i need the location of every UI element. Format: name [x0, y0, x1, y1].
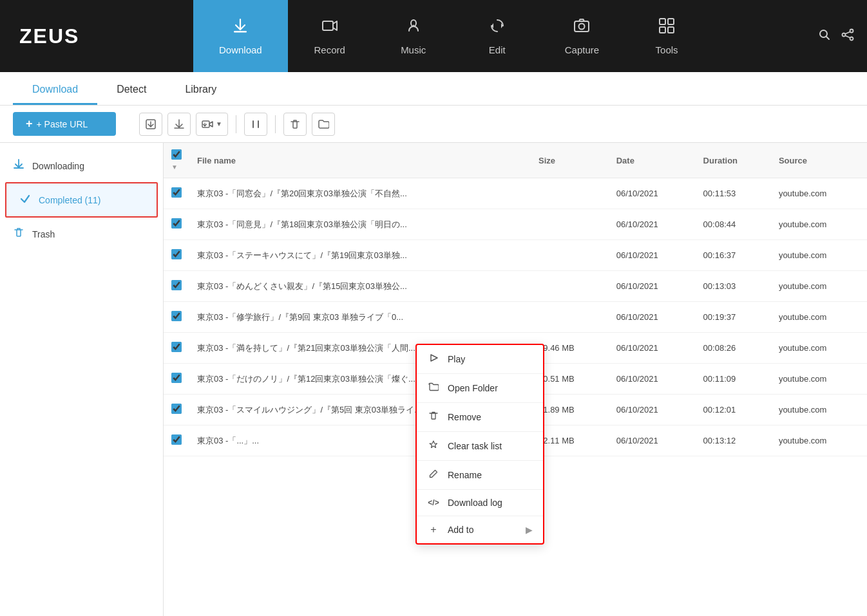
row-2-checkbox[interactable] [171, 218, 182, 229]
table-row[interactable]: 東京03 -「修学旅行」/『第9回 東京03 単独ライブ「0... 06/10/… [164, 302, 867, 333]
trash-icon [13, 227, 24, 241]
nav-label-record: Record [314, 44, 345, 55]
tab-library[interactable]: Library [166, 76, 236, 105]
capture-nav-icon [573, 17, 591, 39]
row-checkbox-cell [164, 364, 189, 395]
row-checkbox-cell [164, 240, 189, 271]
tab-detect[interactable]: Detect [97, 76, 166, 105]
svg-rect-9 [668, 27, 674, 33]
nav-item-music[interactable]: Music [372, 0, 455, 72]
row-checkbox-cell [164, 271, 189, 302]
row-5-filename: 東京03 -「修学旅行」/『第9回 東京03 単独ライブ「0... [189, 302, 531, 333]
toolbar-divider-2 [275, 115, 276, 133]
row-2-date: 06/10/2021 [609, 209, 696, 240]
top-right-area [805, 0, 867, 72]
table-row[interactable]: 東京03 -「同意見」/『第18回東京03単独公演「明日の... 06/10/2… [164, 209, 867, 240]
sidebar-item-downloading[interactable]: Downloading [0, 149, 163, 182]
toolbar-video-download-btn[interactable]: ▼ [196, 113, 228, 136]
th-duration: Duration [696, 143, 771, 178]
row-8-checkbox[interactable] [171, 404, 182, 414]
share-icon[interactable] [841, 28, 854, 44]
completed-icon [19, 192, 31, 207]
nav-item-record[interactable]: Record [288, 0, 372, 72]
toolbar-download-to-icon-btn[interactable] [139, 113, 162, 136]
row-checkbox-cell [164, 302, 189, 333]
sidebar-label-trash: Trash [32, 229, 55, 239]
nav-item-edit[interactable]: Edit [455, 0, 539, 72]
tab-download[interactable]: Download [13, 76, 97, 105]
select-all-checkbox[interactable] [171, 149, 182, 160]
row-1-checkbox[interactable] [171, 187, 182, 198]
sidebar-item-completed[interactable]: Completed (11) [6, 183, 157, 216]
table-row[interactable]: 東京03 -「めんどくさい親友」/『第15回東京03単独公... 06/10/2… [164, 271, 867, 302]
row-5-source: youtube.com [771, 302, 867, 333]
svg-rect-4 [575, 21, 589, 32]
table-header-row: ▼ File name Size Date Duration Source [164, 143, 867, 178]
add-to-arrow-icon: ▶ [526, 525, 533, 535]
nav-label-edit: Edit [489, 44, 506, 55]
row-2-duration: 00:08:44 [696, 209, 771, 240]
context-menu-play[interactable]: Play [417, 345, 543, 374]
nav-item-tools[interactable]: Tools [625, 0, 709, 72]
row-4-checkbox[interactable] [171, 280, 182, 290]
row-1-filename: 東京03 -「同窓会」/『第20回東京03単独公演「不自然... [189, 178, 531, 209]
context-play-label: Play [448, 354, 465, 364]
remove-icon [427, 411, 440, 424]
sidebar-item-trash[interactable]: Trash [0, 218, 163, 250]
clear-task-icon [427, 440, 440, 453]
context-menu-open-folder[interactable]: Open Folder [417, 374, 543, 403]
row-2-size [531, 209, 609, 240]
svg-rect-0 [234, 31, 247, 33]
context-menu-remove[interactable]: Remove [417, 403, 543, 432]
nav-item-capture[interactable]: Capture [539, 0, 625, 72]
context-menu-add-to[interactable]: + Add to ▶ [417, 516, 543, 543]
row-7-date: 06/10/2021 [609, 364, 696, 395]
table-row[interactable]: 東京03 -「同窓会」/『第20回東京03単独公演「不自然... 06/10/2… [164, 178, 867, 209]
nav-item-download[interactable]: Download [193, 0, 288, 72]
svg-point-3 [412, 25, 414, 27]
row-7-duration: 00:11:09 [696, 364, 771, 395]
row-1-date: 06/10/2021 [609, 178, 696, 209]
row-1-size [531, 178, 609, 209]
sidebar-label-downloading: Downloading [32, 161, 84, 171]
row-3-size [531, 240, 609, 271]
row-checkbox-cell [164, 178, 189, 209]
table-row[interactable]: 東京03 -「ステーキハウスにて」/『第19回東京03単独... 06/10/2… [164, 240, 867, 271]
row-2-source: youtube.com [771, 209, 867, 240]
sort-arrow: ▼ [171, 163, 178, 171]
context-download-log-label: Download log [448, 498, 502, 508]
row-6-checkbox[interactable] [171, 342, 182, 352]
row-4-date: 06/10/2021 [609, 271, 696, 302]
row-7-source: youtube.com [771, 364, 867, 395]
context-menu-download-log[interactable]: </> Download log [417, 490, 543, 516]
toolbar-folder-btn[interactable] [312, 113, 335, 136]
context-remove-label: Remove [448, 412, 481, 422]
context-rename-label: Rename [448, 470, 482, 480]
add-to-icon: + [427, 524, 440, 536]
sidebar-label-completed: Completed (11) [39, 195, 101, 205]
row-8-duration: 00:12:01 [696, 395, 771, 425]
svg-point-5 [579, 24, 585, 30]
row-4-size [531, 271, 609, 302]
toolbar-pause-btn[interactable] [244, 113, 267, 136]
row-9-checkbox[interactable] [171, 434, 182, 445]
rename-icon [427, 469, 440, 481]
download-nav-icon [231, 17, 249, 39]
record-nav-icon [321, 17, 339, 39]
row-3-filename: 東京03 -「ステーキハウスにて」/『第19回東京03単独... [189, 240, 531, 271]
toolbar-download-icon-btn[interactable] [167, 113, 191, 136]
search-icon[interactable] [818, 28, 831, 44]
row-1-duration: 00:11:53 [696, 178, 771, 209]
context-menu-rename[interactable]: Rename [417, 461, 543, 490]
context-clear-label: Clear task list [448, 441, 502, 451]
row-3-checkbox[interactable] [171, 249, 182, 259]
context-menu-clear-task-list[interactable]: Clear task list [417, 432, 543, 461]
row-7-checkbox[interactable] [171, 373, 182, 383]
context-open-folder-label: Open Folder [448, 383, 498, 393]
paste-url-button[interactable]: + + Paste URL [13, 112, 116, 136]
th-source: Source [771, 143, 867, 178]
row-5-duration: 00:19:37 [696, 302, 771, 333]
row-5-checkbox[interactable] [171, 311, 182, 321]
row-checkbox-cell [164, 209, 189, 240]
toolbar-delete-btn[interactable] [283, 113, 307, 136]
